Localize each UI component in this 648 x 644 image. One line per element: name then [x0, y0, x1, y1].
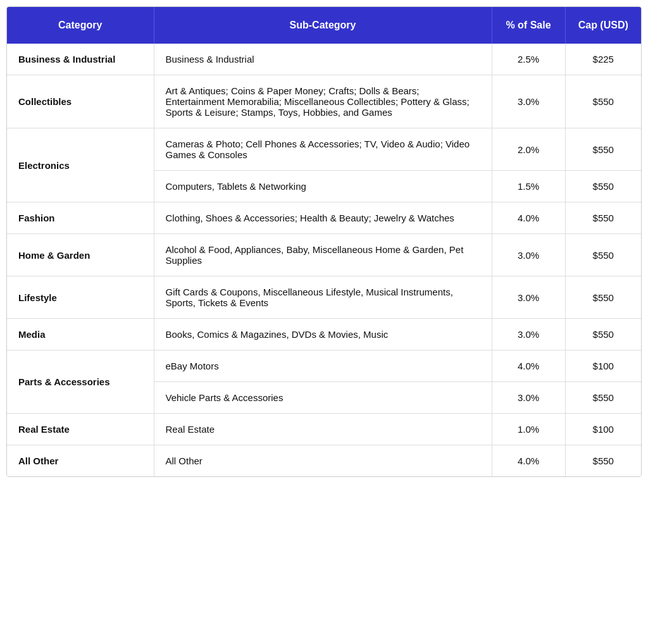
cell-cap: $550: [565, 75, 641, 128]
cell-cap: $550: [565, 171, 641, 202]
cell-subcategory: Art & Antiques; Coins & Paper Money; Cra…: [154, 75, 492, 128]
cell-subcategory: eBay Motors: [154, 350, 492, 382]
cell-cap: $550: [565, 276, 641, 319]
cell-subcategory: Computers, Tablets & Networking: [154, 171, 492, 202]
cell-percent: 3.0%: [492, 234, 565, 276]
table-row: Real EstateReal Estate1.0%$100: [7, 414, 641, 445]
cell-percent: 4.0%: [492, 350, 565, 382]
cell-percent: 4.0%: [492, 202, 565, 234]
header-cap: Cap (USD): [565, 7, 641, 44]
table-header-row: Category Sub-Category % of Sale Cap (USD…: [7, 7, 641, 44]
cell-subcategory: Real Estate: [154, 414, 492, 445]
table-row: CollectiblesArt & Antiques; Coins & Pape…: [7, 75, 641, 128]
cell-category: Media: [7, 319, 154, 350]
cell-percent: 1.0%: [492, 414, 565, 445]
cell-category: Parts & Accessories: [7, 350, 154, 414]
cell-cap: $550: [565, 234, 641, 276]
cell-cap: $100: [565, 350, 641, 382]
table-row: Parts & AccessorieseBay Motors4.0%$100: [7, 350, 641, 382]
cell-category: All Other: [7, 445, 154, 477]
cell-category: Fashion: [7, 202, 154, 234]
fee-table: Category Sub-Category % of Sale Cap (USD…: [6, 6, 642, 477]
table-row: ElectronicsCameras & Photo; Cell Phones …: [7, 128, 641, 171]
cell-subcategory: Clothing, Shoes & Accessories; Health & …: [154, 202, 492, 234]
table-body: Business & IndustrialBusiness & Industri…: [7, 44, 641, 476]
table-row: All OtherAll Other4.0%$550: [7, 445, 641, 477]
cell-category: Business & Industrial: [7, 44, 154, 75]
cell-subcategory: Gift Cards & Coupons, Miscellaneous Life…: [154, 276, 492, 319]
header-percent: % of Sale: [492, 7, 565, 44]
table-row: LifestyleGift Cards & Coupons, Miscellan…: [7, 276, 641, 319]
cell-percent: 3.0%: [492, 276, 565, 319]
cell-subcategory: Vehicle Parts & Accessories: [154, 382, 492, 414]
table-row: MediaBooks, Comics & Magazines, DVDs & M…: [7, 319, 641, 350]
cell-category: Collectibles: [7, 75, 154, 128]
cell-subcategory: Cameras & Photo; Cell Phones & Accessori…: [154, 128, 492, 171]
cell-category: Lifestyle: [7, 276, 154, 319]
cell-cap: $100: [565, 414, 641, 445]
cell-cap: $550: [565, 382, 641, 414]
header-category: Category: [7, 7, 154, 44]
cell-subcategory: Business & Industrial: [154, 44, 492, 75]
cell-percent: 2.5%: [492, 44, 565, 75]
cell-percent: 2.0%: [492, 128, 565, 171]
cell-category: Electronics: [7, 128, 154, 202]
cell-percent: 1.5%: [492, 171, 565, 202]
header-subcategory: Sub-Category: [154, 7, 492, 44]
cell-subcategory: All Other: [154, 445, 492, 477]
cell-percent: 3.0%: [492, 75, 565, 128]
cell-percent: 3.0%: [492, 382, 565, 414]
table-row: Home & GardenAlcohol & Food, Appliances,…: [7, 234, 641, 276]
cell-percent: 3.0%: [492, 319, 565, 350]
cell-category: Home & Garden: [7, 234, 154, 276]
cell-cap: $550: [565, 445, 641, 477]
cell-cap: $550: [565, 319, 641, 350]
cell-cap: $550: [565, 128, 641, 171]
cell-subcategory: Books, Comics & Magazines, DVDs & Movies…: [154, 319, 492, 350]
table-row: Business & IndustrialBusiness & Industri…: [7, 44, 641, 75]
cell-percent: 4.0%: [492, 445, 565, 477]
table-row: FashionClothing, Shoes & Accessories; He…: [7, 202, 641, 234]
cell-cap: $225: [565, 44, 641, 75]
cell-cap: $550: [565, 202, 641, 234]
cell-subcategory: Alcohol & Food, Appliances, Baby, Miscel…: [154, 234, 492, 276]
cell-category: Real Estate: [7, 414, 154, 445]
